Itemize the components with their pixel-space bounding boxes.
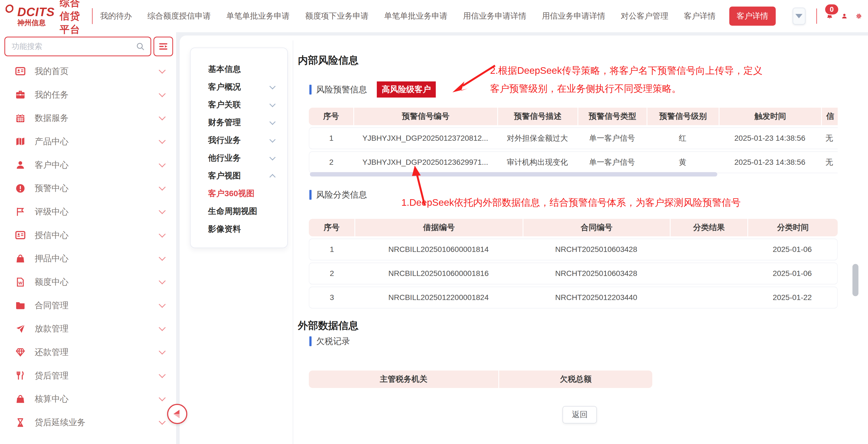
table-cell: 3 (309, 287, 354, 308)
section-bar (309, 85, 312, 94)
table-cell (670, 263, 747, 285)
submenu-item-label: 客户360视图 (208, 188, 254, 199)
submenu-item-7[interactable]: 客户视图 (191, 167, 287, 185)
chevron-down-icon (270, 83, 276, 89)
sidebar-item-16[interactable]: 贷后延续业务 (0, 411, 176, 434)
table-cell: NRCBILL2025010600001816 (354, 263, 523, 285)
sidebar-item-6[interactable]: 预警中心 (0, 177, 176, 200)
sidebar-item-9[interactable]: 押品中心 (0, 247, 176, 270)
sidebar-item-2[interactable]: 我的任务 (0, 83, 176, 107)
submenu-item-8[interactable]: 客户360视图 (191, 185, 287, 203)
table-row[interactable]: 2YJBHYJXH_DGP20250123629971...审计机构出现变化单一… (309, 151, 838, 173)
nav-item-9[interactable]: 客户详情 (684, 11, 716, 22)
submenu-item-2[interactable]: 客户概况 (191, 78, 287, 96)
sidebar-item-label: 押品中心 (35, 253, 68, 264)
chevron-down-icon (159, 90, 165, 97)
notifications-bell-button[interactable]: 0 (826, 10, 833, 22)
table-horizontal-scrollbar[interactable] (310, 172, 717, 177)
search-input[interactable] (5, 42, 136, 51)
submenu-item-label: 财务管理 (208, 117, 241, 128)
table-cell: 对外担保金额过大 (497, 127, 578, 149)
sidebar-item-10[interactable]: W额度中心 (0, 270, 176, 294)
back-button[interactable]: 返回 (562, 406, 597, 423)
bag-icon (15, 394, 25, 404)
customer-detail-active-button[interactable]: 客户详情 (729, 6, 776, 26)
table-cell: 单一客户信号 (578, 151, 647, 173)
nav-overflow-dropdown-button[interactable] (793, 8, 806, 25)
logo: DCITS 神州信息 综合信贷平台 (4, 0, 85, 36)
nav-item-8[interactable]: 对公客户管理 (621, 11, 669, 22)
chevron-down-icon (159, 184, 165, 191)
table-cell: NRCHT2025010603428 (523, 239, 670, 260)
submenu-item-1[interactable]: 基本信息 (191, 60, 287, 78)
table-header-row: 主管税务机关欠税总额 (309, 371, 652, 388)
table-row[interactable]: 1YJBHYJXH_DGP20250123720812...对外担保金额过大单一… (309, 127, 838, 149)
column-header: 预警信号描述 (497, 108, 578, 125)
table-row[interactable]: 2NRCBILL2025010600001816NRCHT20250106034… (309, 263, 838, 285)
table-row[interactable]: 1NRCBILL2025010600001814NRCHT20250106034… (309, 239, 838, 260)
submenu-item-9[interactable]: 生命周期视图 (191, 203, 287, 220)
column-header: 预警信号级别 (647, 108, 719, 125)
nav-divider (816, 8, 817, 24)
user-profile-button[interactable] (841, 11, 847, 22)
sidebar-collapse-circle-button[interactable] (167, 404, 187, 424)
chevron-down-icon (159, 301, 165, 308)
chevron-down-icon (270, 136, 276, 143)
table-cell: NRCHT2025010603428 (523, 263, 670, 285)
tax-table-container: 主管税务机关欠税总额 (309, 368, 652, 396)
submenu-item-3[interactable]: 客户关联 (191, 96, 287, 114)
sidebar-item-label: 评级中心 (35, 206, 68, 217)
table-row[interactable]: 3NRCBILL2025012200001824NRCHT20250122034… (309, 287, 838, 308)
nav-item-2[interactable]: 综合额度授信申请 (148, 11, 211, 22)
sidebar-item-3[interactable]: 数据服务 (0, 106, 176, 130)
table-cell: 2 (309, 151, 353, 173)
chevron-down-icon (159, 371, 165, 378)
hourglass-icon (15, 417, 25, 427)
column-header: 分类结果 (670, 219, 747, 236)
sidebar-item-8[interactable]: 授信中心 (0, 224, 176, 247)
column-header: 欠税总额 (498, 371, 652, 388)
sidebar-item-label: 预警中心 (35, 182, 68, 194)
sidebar-item-12[interactable]: 放款管理 (0, 317, 176, 341)
search-icon[interactable] (136, 42, 145, 51)
chevron-down-icon (159, 67, 165, 73)
logo-product-name: 综合信贷平台 (60, 0, 85, 36)
nav-item-6[interactable]: 用信业务申请详情 (463, 11, 526, 22)
submenu-item-label: 基本信息 (208, 64, 241, 75)
submenu-item-6[interactable]: 他行业务 (191, 149, 287, 167)
vertical-scrollbar[interactable] (852, 264, 859, 296)
chevron-down-icon (159, 254, 165, 261)
submenu-item-label: 客户概况 (208, 82, 241, 93)
sidebar-item-15[interactable]: 核算中心 (0, 387, 176, 411)
sidebar-item-label: 我的首页 (35, 66, 68, 77)
chevron-down-icon (270, 119, 276, 125)
nav-item-1[interactable]: 我的待办 (100, 11, 132, 22)
annotation-1: 1.DeepSeek依托内外部数据信息，结合预警信号体系，为客户探测风险预警信号 (401, 194, 741, 211)
column-header: 触发时间 (719, 108, 821, 125)
submenu-item-4[interactable]: 财务管理 (191, 114, 287, 131)
sidebar-item-13[interactable]: 还款管理 (0, 341, 176, 364)
tax-arrears-section-header: 欠税记录 (309, 335, 350, 347)
table-cell: 2025-01-06 (747, 239, 838, 260)
table-cell: NRCHT2025012203440 (523, 287, 670, 308)
column-header: 信 (821, 108, 838, 125)
table-cell: 2025-01-23 14:38:56 (719, 151, 821, 173)
nav-item-4[interactable]: 额度项下业务申请 (305, 11, 369, 22)
risk-warning-section-title: 风险预警信息 (316, 84, 367, 95)
menu-collapse-button[interactable] (153, 37, 173, 56)
nav-item-5[interactable]: 单笔单批业务申请 (384, 11, 447, 22)
nav-item-7[interactable]: 用信业务申请详情 (542, 11, 605, 22)
submenu-item-5[interactable]: 我行业务 (191, 131, 287, 149)
column-header: 序号 (309, 219, 354, 236)
sidebar-item-7[interactable]: 评级中心 (0, 200, 176, 224)
sidebar-item-label: 额度中心 (35, 276, 68, 288)
settings-gear-button[interactable] (856, 11, 862, 22)
sidebar-item-label: 贷后管理 (35, 370, 68, 381)
sidebar-item-1[interactable]: 我的首页 (0, 60, 176, 83)
sidebar-item-14[interactable]: 贷后管理 (0, 364, 176, 387)
sidebar-item-5[interactable]: 客户中心 (0, 153, 176, 177)
sidebar-item-11[interactable]: 合同管理 (0, 294, 176, 317)
nav-item-3[interactable]: 单笔单批业务申请 (226, 11, 290, 22)
submenu-item-10[interactable]: 影像资料 (191, 220, 287, 238)
sidebar-item-4[interactable]: 产品中心 (0, 130, 176, 153)
